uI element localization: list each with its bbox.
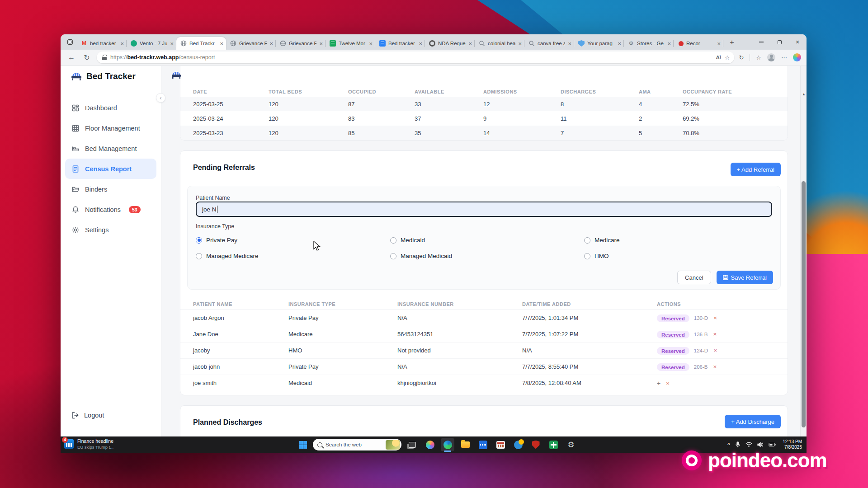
antivirus-shield-icon[interactable]	[529, 438, 542, 451]
battery-icon[interactable]	[769, 442, 776, 447]
remove-referral-icon[interactable]: ×	[713, 331, 717, 338]
radio-medicaid[interactable]: Medicaid	[390, 237, 584, 244]
logout-button[interactable]: Logout	[71, 411, 104, 419]
assign-bed-icon[interactable]: +	[657, 380, 660, 387]
settings-menu-icon[interactable]: ⋯	[781, 54, 787, 61]
table-row[interactable]: jacob ArgonPrivate PayN/A7/7/2025, 1:01:…	[180, 310, 788, 326]
tab-colonial[interactable]: colonial hea×	[475, 37, 524, 50]
close-button[interactable]: ×	[788, 34, 807, 50]
radio-medicare[interactable]: Medicare	[584, 237, 772, 244]
favorite-star-icon[interactable]: ☆	[725, 54, 730, 61]
insurance-type-label: Insurance Type	[196, 217, 772, 230]
sidebar-item-settings[interactable]: Settings	[65, 220, 156, 240]
tab-stores[interactable]: Stores - Ge×	[624, 37, 674, 50]
table-row[interactable]: joe smithMedicaidkhjniogjbiortkoi7/8/202…	[180, 375, 788, 391]
green-cross-app-icon[interactable]	[547, 438, 560, 451]
add-discharge-button[interactable]: + Add Discharge	[725, 415, 781, 428]
task-view-icon[interactable]	[406, 438, 419, 451]
tab-close-icon[interactable]: ×	[170, 41, 174, 47]
tab-your-parag[interactable]: Your parag×	[574, 37, 624, 50]
tab-close-icon[interactable]: ×	[468, 41, 472, 47]
tab-close-icon[interactable]: ×	[319, 41, 323, 47]
tab-search-icon[interactable]	[64, 36, 76, 48]
tab-bed-tracker-doc[interactable]: Bed tracker×	[375, 37, 425, 50]
tab-nda[interactable]: NDA Reque×	[425, 37, 475, 50]
tab-close-icon[interactable]: ×	[120, 41, 124, 47]
add-referral-button[interactable]: + Add Referral	[731, 163, 781, 176]
table-row[interactable]: 2025-03-231208535147570.8%	[180, 126, 788, 140]
edge-app-icon[interactable]	[441, 438, 454, 451]
tab-bed-tracker-gmail[interactable]: bed tracker×	[77, 37, 127, 50]
tab-close-icon[interactable]: ×	[568, 41, 571, 47]
tab-close-icon[interactable]: ×	[618, 41, 621, 47]
tab-close-icon[interactable]: ×	[518, 41, 522, 47]
tab-close-icon[interactable]: ×	[369, 41, 373, 47]
sidebar-item-binders[interactable]: Binders	[65, 179, 156, 199]
microphone-icon[interactable]	[735, 441, 741, 448]
sidebar-item-notifications[interactable]: Notifications 53	[65, 199, 156, 220]
wifi-icon[interactable]	[745, 442, 752, 447]
tab-canva[interactable]: canva free a×	[524, 37, 574, 50]
file-explorer-icon[interactable]	[458, 438, 472, 451]
radio-private-pay[interactable]: Private Pay	[196, 237, 390, 244]
tab-bed-trackr-active[interactable]: Bed Trackr×	[176, 37, 226, 50]
radio-hmo[interactable]: HMO	[584, 253, 772, 259]
collections-icon[interactable]: ☆	[756, 54, 761, 61]
remove-referral-icon[interactable]: ×	[713, 347, 717, 354]
cancel-button[interactable]: Cancel	[677, 271, 711, 284]
search-highlight-image	[386, 440, 400, 450]
tab-record[interactable]: Recor×	[674, 37, 723, 50]
sidebar-collapse-button[interactable]: ‹	[156, 93, 165, 103]
save-referral-button[interactable]: Save Referral	[717, 271, 773, 284]
mail-app-icon[interactable]	[494, 438, 507, 451]
minimize-button[interactable]	[752, 34, 770, 50]
copilot-icon[interactable]	[793, 53, 801, 61]
remove-referral-icon[interactable]: ×	[713, 363, 717, 370]
back-button[interactable]: ←	[66, 53, 77, 61]
browser-essentials-icon[interactable]: ↻	[739, 54, 744, 61]
sidebar-item-floor-management[interactable]: Floor Management	[65, 118, 156, 138]
tab-twelve[interactable]: Twelve Mor×	[326, 37, 375, 50]
address-bar[interactable]: https://bed-trackr.web.app/census-report…	[97, 52, 734, 63]
taskbar-search[interactable]: Search the web	[313, 439, 401, 450]
sidebar-item-dashboard[interactable]: Dashboard	[65, 98, 156, 118]
patient-name-input[interactable]: joe N	[196, 202, 772, 217]
table-row[interactable]: 2025-03-241208337911269.2%	[180, 111, 788, 126]
volume-icon[interactable]	[757, 442, 764, 447]
radio-managed-medicare[interactable]: Managed Medicare	[196, 253, 390, 259]
remove-referral-icon[interactable]: ×	[713, 314, 717, 321]
read-aloud-icon[interactable]: A)	[716, 55, 721, 60]
tab-vento[interactable]: Vento - 7 Ju×	[127, 37, 176, 50]
sidebar-item-census-report[interactable]: Census Report	[65, 159, 156, 179]
restore-button[interactable]	[770, 34, 788, 50]
table-row[interactable]: jacobyHMONot providedN/A Reserved124-D×	[180, 343, 788, 359]
table-row[interactable]: 2025-03-251208733128472.5%	[180, 97, 788, 111]
scrollbar-thumb[interactable]	[802, 181, 806, 427]
tab-close-icon[interactable]: ×	[717, 41, 721, 47]
table-row[interactable]: jacob johnPrivate PayN/A7/7/2025, 8:55:4…	[180, 359, 788, 375]
tab-close-icon[interactable]: ×	[220, 41, 223, 47]
settings-app-icon[interactable]: ⚙	[564, 438, 578, 451]
tab-close-icon[interactable]: ×	[667, 41, 671, 47]
profile-avatar[interactable]	[767, 53, 775, 61]
sidebar-item-bed-management[interactable]: Bed Management	[65, 138, 156, 159]
waveform-app-icon[interactable]	[476, 438, 490, 451]
tab-close-icon[interactable]: ×	[269, 41, 273, 47]
table-row[interactable]: Jane DoeMedicare564531243517/7/2025, 1:0…	[180, 326, 788, 343]
reload-button[interactable]: ↻	[81, 53, 92, 62]
new-tab-button[interactable]: +	[726, 37, 738, 48]
taskbar-clock[interactable]: 12:13 PM 7/8/2025	[783, 439, 802, 450]
remove-referral-icon[interactable]: ×	[666, 380, 670, 387]
scroll-up-icon[interactable]: ▲	[802, 92, 806, 96]
tray-chevron-icon[interactable]: ^	[727, 442, 730, 447]
news-widget[interactable]: 4 Finance headline EU skips Trump t...	[64, 438, 113, 450]
tab-grievance-1[interactable]: Grievance F×	[226, 37, 276, 50]
tab-close-icon[interactable]: ×	[419, 41, 422, 47]
tab-grievance-2[interactable]: Grievance F×	[276, 37, 326, 50]
start-button[interactable]	[299, 441, 307, 449]
page-scrollbar[interactable]: ▲	[800, 66, 807, 436]
vento-icon	[131, 40, 137, 47]
weather-app-icon[interactable]	[511, 438, 525, 451]
copilot-app-icon[interactable]	[423, 438, 437, 451]
radio-managed-medicaid[interactable]: Managed Medicaid	[390, 253, 584, 259]
